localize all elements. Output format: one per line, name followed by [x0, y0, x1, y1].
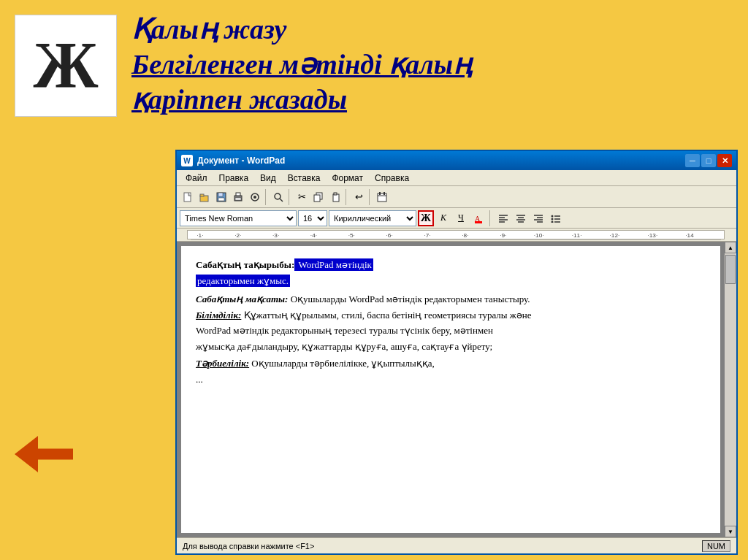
svg-text:·12·: ·12· [610, 232, 620, 239]
menu-format[interactable]: Формат [326, 172, 369, 185]
doc-line-6: жұмысқа дағдыландыру, құжаттарды құруға,… [196, 340, 706, 354]
cut-button[interactable]: ✂ [294, 189, 310, 205]
svg-text:·8·: ·8· [462, 232, 468, 239]
svg-rect-7 [236, 193, 240, 196]
paste-button[interactable] [327, 189, 343, 205]
document-area[interactable]: Сабақтың тақырыбы: WordPad мәтіндік реда… [177, 242, 725, 537]
edu-label: Тәрбиелілік: [196, 358, 249, 369]
svg-text:·13·: ·13· [647, 232, 657, 239]
print-preview-button[interactable] [247, 189, 263, 205]
wordpad-title-text: Документ - WordPad [197, 156, 685, 166]
close-button[interactable]: ✕ [717, 154, 732, 167]
doc-line-1: Сабақтың тақырыбы: WordPad мәтіндік [196, 258, 706, 272]
print-button[interactable] [230, 189, 246, 205]
svg-text:·10·: ·10· [534, 232, 544, 239]
doc-line-3: Сабақтың мақсаты: Оқушыларды WordPad мәт… [196, 292, 706, 307]
doc-line-5: WordPad мәтіндік редакторының терезесі т… [196, 323, 706, 338]
goal-text: Оқушыларды WordPad мәтіндік редакторымен… [288, 294, 530, 304]
undo-button[interactable]: ↩ [351, 189, 367, 205]
edu-text-2: ... [196, 374, 203, 385]
scroll-down-button[interactable]: ▼ [725, 526, 736, 537]
insert-date-button[interactable] [374, 189, 390, 205]
svg-point-10 [253, 196, 256, 199]
menu-insert[interactable]: Вставка [282, 172, 327, 185]
toolbar-sep-4 [369, 189, 372, 205]
back-arrow-button[interactable] [15, 436, 73, 472]
scroll-thumb[interactable] [725, 255, 736, 284]
svg-rect-5 [218, 198, 224, 201]
doc-line-7: Тәрбиелілік: Оқушыларды тәрбиелілікке, ұ… [196, 356, 706, 371]
svg-text:·7·: ·7· [424, 232, 430, 239]
svg-rect-17 [378, 193, 386, 202]
knowledge-label: Білімділік: [196, 310, 241, 321]
align-right-button[interactable] [530, 210, 546, 226]
status-num-indicator: NUM [702, 540, 730, 552]
italic-format-button[interactable]: К [435, 210, 451, 226]
svg-text:·2·: ·2· [234, 232, 241, 239]
svg-rect-4 [218, 193, 223, 196]
status-bar: Для вывода справки нажмите <F1> NUM [177, 537, 736, 553]
svg-text:·6·: ·6· [386, 232, 393, 239]
knowledge-text: Құжаттың құрылымы, стилі, баспа бетінің … [241, 310, 531, 321]
knowledge-text-3: жұмысқа дағдыландыру, құжаттарды құруға,… [196, 341, 492, 352]
goal-label: Сабақтың мақсаты: [196, 294, 288, 304]
svg-text:·1·: ·1· [196, 232, 203, 239]
align-left-button[interactable] [495, 210, 511, 226]
svg-point-39 [552, 220, 554, 223]
menu-help[interactable]: Справка [369, 172, 415, 185]
content-area: Сабақтың тақырыбы: WordPad мәтіндік реда… [177, 242, 736, 537]
svg-rect-19 [379, 192, 381, 195]
new-button[interactable] [180, 189, 196, 205]
toolbar-sep-1 [265, 189, 268, 205]
status-text: Для вывода справки нажмите <F1> [183, 542, 314, 551]
wordpad-title-bar: W Документ - WordPad ─ □ ✕ [177, 151, 736, 170]
svg-point-35 [552, 215, 554, 217]
svg-rect-20 [383, 192, 385, 195]
standard-toolbar: ✂ ↩ [177, 186, 736, 208]
font-script-select[interactable]: Кириллический [329, 210, 416, 226]
wordpad-app-icon: W [181, 155, 193, 166]
window-controls: ─ □ ✕ [685, 154, 732, 167]
svg-text:·5·: ·5· [348, 232, 355, 239]
vertical-scrollbar[interactable]: ▲ ▼ [725, 242, 736, 537]
knowledge-text-2: WordPad мәтіндік редакторының терезесі т… [196, 325, 493, 336]
menu-edit[interactable]: Правка [213, 172, 255, 185]
svg-text:·3·: ·3· [272, 232, 279, 239]
minimize-button[interactable]: ─ [685, 154, 700, 167]
open-button[interactable] [196, 189, 213, 205]
document-page[interactable]: Сабақтың тақырыбы: WordPad мәтіндік реда… [181, 246, 720, 533]
svg-point-37 [552, 218, 554, 220]
svg-point-11 [275, 193, 280, 199]
toolbar-sep-2 [289, 189, 291, 205]
topic-highlight-2: редакторымен жұмыс. [196, 275, 290, 287]
edu-text: Оқушыларды тәрбиелілікке, ұқыптылыққа, [249, 358, 435, 369]
svg-rect-22 [475, 221, 482, 223]
topic-label: Сабақтың тақырыбы: [196, 259, 294, 270]
svg-line-12 [280, 199, 283, 202]
align-center-button[interactable] [513, 210, 529, 226]
svg-rect-14 [314, 195, 320, 202]
scroll-up-button[interactable]: ▲ [725, 242, 736, 253]
svg-rect-16 [334, 193, 337, 195]
menu-file[interactable]: Файл [180, 172, 213, 185]
bold-format-button[interactable]: Ж [418, 210, 434, 226]
bullets-button[interactable] [548, 210, 564, 226]
font-size-select[interactable]: 16 [298, 210, 327, 226]
save-button[interactable] [213, 189, 229, 205]
svg-rect-2 [200, 194, 204, 196]
doc-line-8: ... [196, 372, 706, 387]
ruler: ·1· ·2· ·3· ·4· ·5· ·6· ·7· ·8· ·9· ·10·… [177, 229, 736, 242]
format-sep-1 [489, 210, 492, 226]
menu-bar: Файл Правка Вид Вставка Формат Справка [177, 170, 736, 186]
bold-zh-icon-box: Ж [15, 15, 117, 117]
maximize-button[interactable]: □ [701, 154, 716, 167]
font-family-select[interactable]: Times New Roman [180, 210, 297, 226]
find-button[interactable] [270, 189, 286, 205]
menu-view[interactable]: Вид [254, 172, 282, 185]
title-line2: Белгіленген мәтінді қалың [131, 48, 570, 80]
underline-format-button[interactable]: Ч [453, 210, 469, 226]
color-format-button[interactable]: A [470, 210, 486, 226]
bold-zh-symbol: Ж [34, 33, 99, 99]
copy-button[interactable] [310, 189, 327, 205]
svg-text:·14: ·14 [685, 232, 694, 239]
